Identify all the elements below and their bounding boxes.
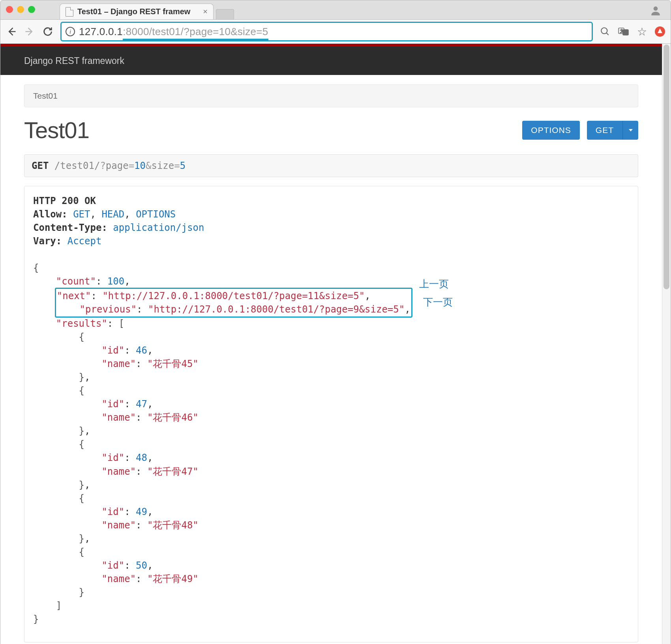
address-bar[interactable]: i 127.0.0.1:8000/test01/?page=10&size=5	[60, 22, 593, 41]
scrollbar-track[interactable]	[662, 44, 671, 644]
request-line: GET /test01/?page=10&size=5	[24, 154, 638, 177]
get-dropdown-button[interactable]	[622, 121, 638, 140]
options-button[interactable]: OPTIONS	[522, 121, 580, 140]
svg-point-0	[654, 6, 658, 11]
translate-icon[interactable]: 文	[618, 26, 629, 37]
annotation-next-page: 下一页	[423, 295, 453, 309]
window-close-button[interactable]	[6, 6, 13, 13]
window-maximize-button[interactable]	[28, 6, 35, 13]
page-icon	[66, 7, 73, 17]
drf-brand[interactable]: Django REST framework	[24, 56, 124, 66]
back-button[interactable]	[6, 26, 17, 37]
breadcrumb: Test01	[24, 84, 638, 107]
response-body: HTTP 200 OK Allow: GET, HEAD, OPTIONS Co…	[24, 186, 638, 642]
close-tab-icon[interactable]: ×	[203, 7, 208, 16]
pagination-links-highlight: "next": "http://127.0.0.1:8000/test01/?p…	[55, 288, 412, 318]
svg-text:文: 文	[620, 29, 624, 33]
tab-title: Test01 – Django REST framew	[77, 7, 199, 16]
extension-icon[interactable]	[655, 26, 665, 37]
page-title: Test01	[24, 117, 522, 143]
new-tab-button[interactable]	[216, 9, 234, 19]
window-minimize-button[interactable]	[17, 6, 24, 13]
annotation-prev-page: 上一页	[419, 277, 449, 291]
svg-point-1	[601, 28, 607, 34]
accent-bar	[0, 44, 662, 47]
site-info-icon[interactable]: i	[66, 27, 75, 36]
get-button[interactable]: GET	[587, 121, 622, 140]
address-text: 127.0.0.1:8000/test01/?page=10&size=5	[79, 26, 268, 38]
scrollbar-thumb[interactable]	[664, 45, 669, 289]
bookmark-icon[interactable]: ☆	[637, 25, 647, 38]
browser-tab[interactable]: Test01 – Django REST framew ×	[60, 4, 214, 19]
zoom-icon[interactable]	[600, 26, 610, 37]
user-profile-icon[interactable]	[649, 4, 662, 17]
reload-button[interactable]	[42, 26, 53, 37]
forward-button	[24, 26, 35, 37]
drf-navbar: Django REST framework	[0, 47, 662, 75]
